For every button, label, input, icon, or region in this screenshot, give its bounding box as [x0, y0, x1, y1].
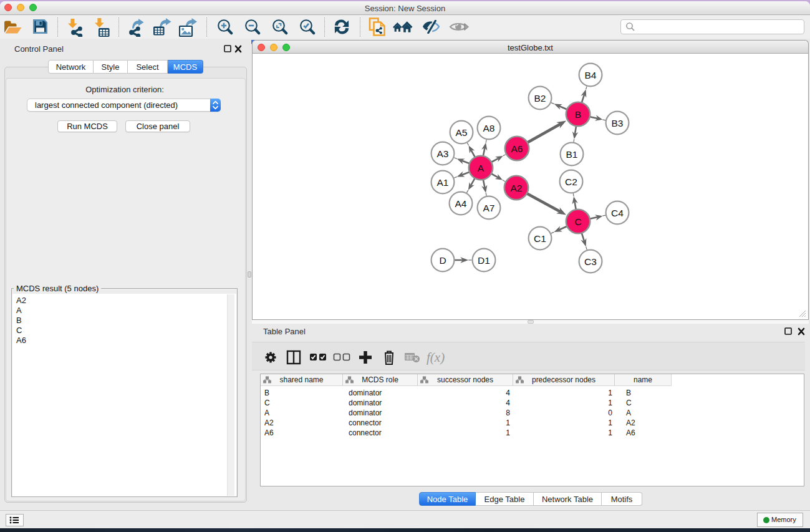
svg-text:D: D — [439, 255, 446, 266]
svg-text:B4: B4 — [585, 70, 597, 80]
svg-text:C2: C2 — [565, 177, 577, 187]
svg-text:A: A — [478, 163, 485, 173]
svg-text:A3: A3 — [437, 148, 449, 159]
svg-text:B2: B2 — [534, 93, 546, 104]
svg-text:B1: B1 — [566, 149, 578, 160]
svg-text:D1: D1 — [478, 255, 490, 266]
svg-text:A2: A2 — [511, 183, 523, 193]
svg-text:A7: A7 — [483, 203, 495, 213]
svg-text:C: C — [574, 216, 581, 227]
svg-text:B3: B3 — [612, 118, 624, 128]
svg-text:A4: A4 — [455, 198, 467, 209]
svg-text:C3: C3 — [584, 256, 597, 267]
svg-text:C1: C1 — [534, 233, 546, 244]
svg-text:A8: A8 — [483, 123, 495, 133]
svg-text:A6: A6 — [511, 143, 523, 154]
svg-text:C4: C4 — [611, 208, 624, 218]
svg-text:A5: A5 — [456, 127, 468, 138]
svg-text:A1: A1 — [437, 177, 449, 188]
svg-text:B: B — [575, 109, 581, 120]
